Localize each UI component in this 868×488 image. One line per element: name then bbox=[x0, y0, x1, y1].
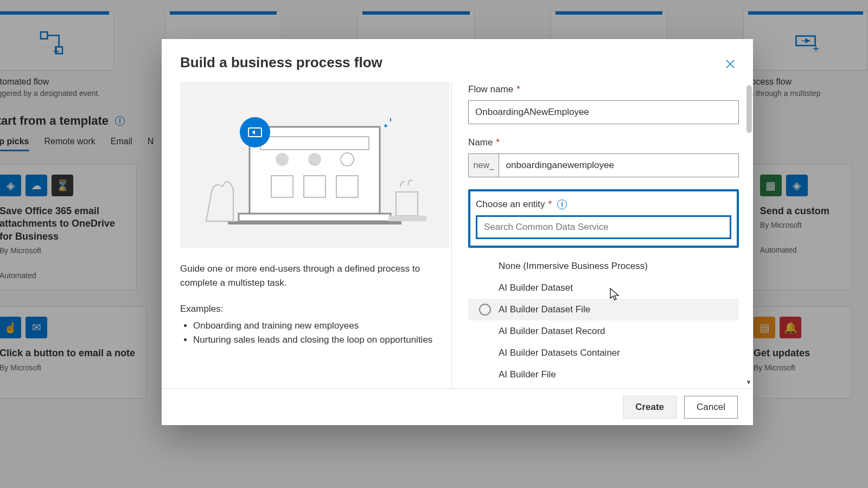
name-prefix: new_ bbox=[468, 153, 499, 177]
entity-option[interactable]: AI Builder File Attached Data bbox=[468, 386, 739, 388]
radio-icon bbox=[479, 304, 491, 316]
entity-dropdown: None (Immersive Business Process) AI Bui… bbox=[468, 255, 739, 388]
svg-rect-5 bbox=[250, 127, 380, 214]
example-item: Nurturing sales leads and closing the lo… bbox=[193, 333, 435, 347]
svg-rect-7 bbox=[228, 221, 401, 224]
name-input[interactable] bbox=[499, 153, 739, 177]
illustration bbox=[180, 82, 449, 248]
flow-name-input[interactable] bbox=[468, 100, 739, 124]
entity-option[interactable]: AI Builder Dataset Record bbox=[468, 320, 739, 342]
entity-label: Choose an entity* i bbox=[476, 199, 731, 210]
svg-point-10 bbox=[308, 153, 321, 166]
close-icon bbox=[726, 60, 735, 68]
entity-option[interactable]: AI Builder File bbox=[468, 364, 739, 386]
dialog-form-pane: Flow name* Name* new_ Choose an entity* … bbox=[451, 82, 753, 388]
entity-option[interactable]: AI Builder Dataset bbox=[468, 277, 739, 299]
entity-section-highlight: Choose an entity* i bbox=[468, 189, 739, 248]
svg-rect-6 bbox=[239, 214, 391, 221]
svg-rect-18 bbox=[388, 216, 426, 221]
entity-option[interactable]: None (Immersive Business Process) bbox=[468, 255, 739, 277]
example-item: Onboarding and training new employees bbox=[193, 319, 435, 333]
entity-option[interactable]: AI Builder Dataset File bbox=[468, 299, 739, 320]
build-flow-dialog: Build a business process flow bbox=[162, 39, 753, 425]
create-button[interactable]: Create bbox=[623, 396, 676, 419]
examples-list: Onboarding and training new employees Nu… bbox=[193, 319, 435, 348]
svg-rect-17 bbox=[396, 192, 418, 216]
entity-option[interactable]: AI Builder Datasets Container bbox=[468, 342, 739, 364]
scrollbar[interactable] bbox=[746, 85, 752, 133]
dialog-left-pane: Guide one or more end-users through a de… bbox=[180, 82, 451, 388]
dialog-footer: Create Cancel bbox=[162, 388, 753, 425]
close-button[interactable] bbox=[722, 55, 739, 73]
dialog-description: Guide one or more end-users through a de… bbox=[180, 262, 435, 291]
flow-name-label: Flow name* bbox=[468, 84, 739, 95]
dialog-title: Build a business process flow bbox=[162, 39, 753, 71]
examples-label: Examples: bbox=[180, 304, 435, 314]
cancel-button[interactable]: Cancel bbox=[684, 396, 738, 419]
name-label: Name* bbox=[468, 137, 739, 148]
scroll-down-arrow[interactable]: ▼ bbox=[745, 378, 752, 386]
svg-point-9 bbox=[276, 153, 289, 166]
info-icon[interactable]: i bbox=[557, 200, 567, 209]
entity-search-input[interactable] bbox=[476, 215, 731, 239]
